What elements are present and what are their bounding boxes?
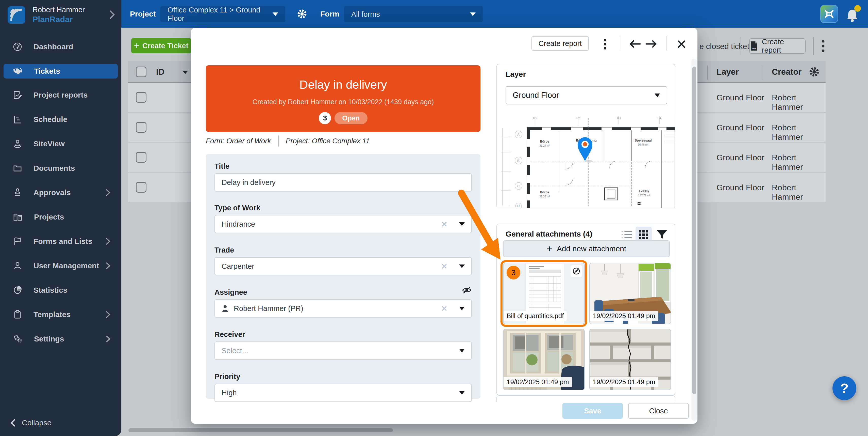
clear-x-icon[interactable]: ✕ (441, 220, 447, 229)
divider (741, 37, 741, 55)
grid-view-icon (639, 230, 648, 239)
row-checkbox[interactable] (136, 92, 147, 103)
sidebar-item-project-reports[interactable]: Project reports (4, 88, 118, 103)
type-of-work-field-label: Type of Work (214, 204, 260, 212)
svg-text:90,46 m²: 90,46 m² (638, 143, 648, 146)
gears-icon (13, 334, 23, 344)
receiver-select[interactable]: Select... (214, 342, 472, 360)
close-icon[interactable] (677, 39, 686, 49)
attachment-tile-photo[interactable]: 19/02/2025 01:49 pm (589, 329, 671, 390)
id-column-header[interactable]: ID (156, 67, 164, 77)
creator-column-header[interactable]: Creator (772, 67, 802, 77)
add-new-attachment-button[interactable]: + Add new attachment (503, 240, 670, 257)
title-field-input[interactable]: Delay in delivery (214, 173, 472, 192)
modal-create-report-button[interactable]: Create report (531, 36, 589, 51)
sidebar-item-siteview[interactable]: SiteView (4, 137, 118, 151)
help-button[interactable]: ? (833, 376, 856, 400)
previous-ticket-arrow-icon[interactable] (629, 39, 641, 49)
sidebar-item-dashboard[interactable]: Dashboard (4, 39, 118, 54)
row-checkbox[interactable] (136, 182, 147, 193)
creator-cell: Robert Hammer (772, 93, 826, 112)
priority-select[interactable]: High (214, 384, 472, 402)
row-checkbox[interactable] (136, 122, 147, 133)
assignee-select[interactable]: Robert Hammer (PR) ✕ (214, 299, 472, 318)
next-ticket-arrow-icon[interactable] (645, 39, 657, 49)
attachment-tile-pdf[interactable]: 3 Bill of quantities.pdf (503, 263, 585, 324)
create-ticket-button[interactable]: + Create Ticket (131, 38, 191, 53)
filter-funnel-icon[interactable] (656, 230, 668, 240)
planradar-logo[interactable] (8, 6, 25, 24)
save-button[interactable]: Save (562, 403, 623, 419)
sidebar-item-templates[interactable]: Templates (4, 307, 118, 322)
divider (620, 36, 620, 51)
floor-plan-image[interactable]: A B C D 01 02 03 04 (497, 114, 675, 208)
column-divider (707, 65, 708, 80)
type-of-work-select[interactable]: Hindrance ✕ (214, 215, 472, 233)
attachment-tile-photo[interactable]: 19/02/2025 01:49 pm (589, 263, 671, 324)
divider (278, 136, 279, 147)
closed-tickets-label-fragment[interactable]: e closed tickets (700, 42, 753, 51)
sidebar-item-projects[interactable]: Projects (4, 210, 118, 224)
chevron-right-icon (105, 335, 111, 343)
background-kebab-menu-icon[interactable] (821, 39, 825, 54)
sort-caret-icon[interactable] (182, 69, 189, 75)
chevron-down-icon (459, 307, 465, 310)
sidebar-item-documents[interactable]: Documents (4, 161, 118, 176)
svg-text:04: 04 (658, 116, 661, 120)
list-view-icon[interactable] (621, 230, 632, 239)
layer-cell: Ground Floor (716, 123, 765, 133)
form-selector[interactable]: All forms (344, 6, 483, 22)
layer-select[interactable]: Ground Floor (505, 86, 667, 105)
chevron-down-icon (470, 12, 476, 16)
sidebar-item-statistics[interactable]: Statistics (4, 283, 118, 297)
sidebar-item-tickets[interactable]: Tickets (4, 64, 118, 79)
chevron-right-icon (105, 238, 111, 245)
attachments-heading: General attachments (4) (505, 230, 592, 238)
priority-field-label: Priority (214, 373, 240, 381)
divider (666, 36, 667, 51)
sidebar-expand-chevron-icon[interactable] (109, 10, 115, 19)
clear-x-icon[interactable]: ✕ (441, 262, 447, 271)
sidebar-item-schedule[interactable]: Schedule (4, 112, 118, 127)
ticket-tag-icon (13, 66, 23, 76)
select-all-checkbox[interactable] (136, 66, 147, 77)
form-selector-value: All forms (351, 10, 380, 19)
svg-text:A: A (517, 133, 520, 137)
close-button[interactable]: Close (628, 403, 689, 419)
annotate-pen-icon[interactable] (570, 265, 582, 277)
title-field-label: Title (214, 162, 229, 171)
modal-scrollbar-thumb[interactable] (692, 66, 696, 394)
layer-cell: Ground Floor (716, 183, 765, 192)
attachment-caption: Bill of quantities.pdf (503, 311, 567, 321)
project-selector[interactable]: Office Complex 11 > Ground Floor (160, 6, 285, 22)
table-settings-gear-icon[interactable] (808, 66, 820, 78)
trade-field-label: Trade (214, 246, 234, 254)
attachment-tile-photo[interactable]: 19/02/2025 01:49 pm (503, 329, 585, 390)
sidebar-item-approvals[interactable]: Approvals (4, 185, 118, 200)
sidebar-item-user-management[interactable]: User Management (4, 258, 118, 273)
planradar-connect-app-icon[interactable] (820, 5, 838, 23)
notification-dot-badge (854, 5, 861, 12)
svg-text:147,72 m²: 147,72 m² (638, 194, 650, 197)
sidebar-item-forms-and-lists[interactable]: Forms and Lists (4, 234, 118, 249)
project-selector-value: Office Complex 11 > Ground Floor (167, 6, 273, 23)
flag-icon (13, 237, 22, 246)
eye-off-visibility-icon[interactable] (462, 286, 472, 295)
horizontal-scrollbar[interactable] (128, 428, 393, 432)
sidebar-item-settings[interactable]: Settings (4, 331, 118, 346)
chevron-down-icon (459, 222, 465, 226)
chevron-right-icon (105, 262, 111, 269)
modal-kebab-menu-icon[interactable] (603, 38, 607, 50)
layer-panel-label: Layer (505, 70, 526, 79)
clear-x-icon[interactable]: ✕ (441, 304, 447, 313)
row-checkbox[interactable] (136, 152, 147, 163)
top-bar: Project Office Complex 11 > Ground Floor… (0, 0, 868, 28)
chevron-down-icon (459, 264, 465, 268)
project-settings-gear-icon[interactable] (297, 8, 308, 21)
ticket-status-badge[interactable]: Open (335, 112, 367, 124)
layer-column-header[interactable]: Layer (716, 67, 739, 77)
notifications-bell-icon[interactable] (845, 7, 859, 23)
sidebar-collapse-button[interactable]: Collapse (10, 415, 106, 430)
background-create-report-button[interactable]: PDF Create report (749, 38, 806, 54)
trade-select[interactable]: Carpenter ✕ (214, 257, 472, 275)
